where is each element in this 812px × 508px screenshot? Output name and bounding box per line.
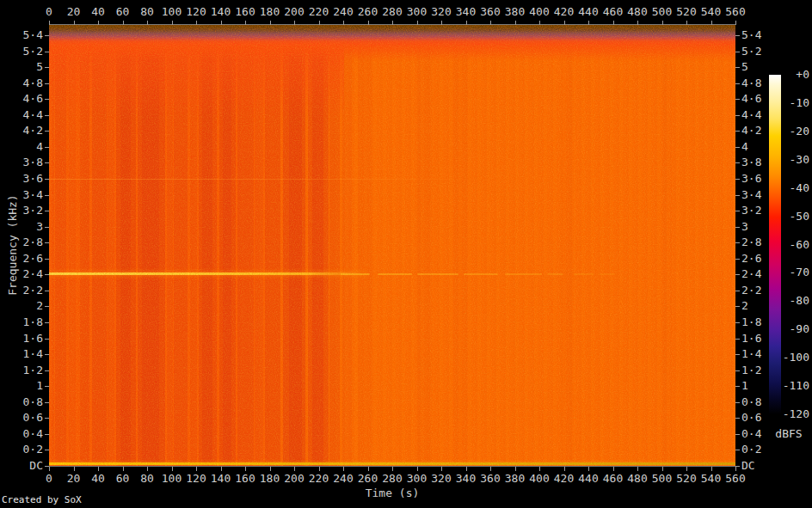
y-tick xyxy=(735,306,740,307)
x-tick xyxy=(172,21,173,25)
x-tick xyxy=(711,21,712,25)
x-tick xyxy=(441,21,442,25)
x-tick xyxy=(441,467,442,471)
y-tick-label: 5·4 xyxy=(7,29,43,41)
y-tick xyxy=(45,339,49,340)
x-tick xyxy=(368,21,369,25)
y-tick xyxy=(735,339,740,340)
x-tick xyxy=(662,21,663,25)
y-tick xyxy=(45,52,49,52)
x-tick xyxy=(564,467,565,471)
colorbar-tick-label: -110 xyxy=(778,380,809,392)
x-tick xyxy=(270,467,271,471)
x-tick xyxy=(539,467,540,471)
y-tick-label: 1·4 xyxy=(7,348,43,360)
y-tick-label: 0·6 xyxy=(7,412,43,424)
x-tick xyxy=(613,467,614,471)
x-tick xyxy=(74,467,75,471)
y-tick xyxy=(45,402,49,403)
x-tick xyxy=(270,21,271,25)
y-tick xyxy=(735,242,740,243)
colorbar-tick-label: -30 xyxy=(778,154,809,166)
y-tick-label: 4·4 xyxy=(7,109,43,121)
y-tick-label: 4 xyxy=(7,141,43,153)
y-tick xyxy=(45,386,49,387)
x-tick xyxy=(392,467,393,471)
y-tick xyxy=(45,306,49,307)
colorbar-tick-label: -120 xyxy=(778,408,809,420)
y-tick xyxy=(45,179,49,180)
x-tick xyxy=(123,467,124,471)
x-tick xyxy=(515,467,516,471)
x-tick xyxy=(686,467,687,471)
x-tick xyxy=(711,467,712,471)
y-tick xyxy=(735,354,740,355)
y-tick xyxy=(735,418,740,419)
x-tick xyxy=(417,21,418,25)
colorbar-tick-label: -60 xyxy=(778,239,809,251)
spectrogram-plot xyxy=(49,25,735,466)
colorbar-tick-label: -70 xyxy=(778,266,809,278)
x-tick xyxy=(319,21,320,25)
y-tick xyxy=(45,67,49,68)
x-tick xyxy=(637,467,638,471)
y-tick xyxy=(45,370,49,371)
y-tick xyxy=(735,162,740,163)
y-tick-label: 4·6 xyxy=(7,93,43,105)
colorbar-unit-label: dBFS xyxy=(769,427,809,440)
x-tick xyxy=(147,467,148,471)
y-tick-label: 5·2 xyxy=(741,46,778,58)
x-tick xyxy=(245,467,246,471)
y-tick xyxy=(735,291,740,291)
x-axis-title: Time (s) xyxy=(49,487,735,499)
x-tick xyxy=(417,467,418,471)
y-tick xyxy=(735,386,740,387)
y-axis-title: Frequency (kHz) xyxy=(6,194,19,295)
y-tick-label: 5 xyxy=(741,61,778,73)
x-tick xyxy=(637,21,638,25)
x-tick xyxy=(196,467,197,471)
y-tick xyxy=(735,466,740,467)
y-tick xyxy=(45,274,49,275)
y-tick xyxy=(735,147,740,148)
x-tick xyxy=(343,21,344,25)
y-tick xyxy=(735,259,740,260)
y-tick xyxy=(735,434,740,435)
noise-texture xyxy=(49,25,735,466)
y-tick xyxy=(735,99,740,100)
spectrogram-page: { "meta": { "credit": "Created by SoX" }… xyxy=(0,0,812,508)
y-tick-label: 5 xyxy=(7,61,43,73)
x-tick xyxy=(515,21,516,25)
y-tick xyxy=(735,83,740,84)
y-tick xyxy=(735,370,740,371)
x-tick xyxy=(735,21,736,25)
colorbar-tick-label: -90 xyxy=(778,323,809,335)
x-tick xyxy=(564,21,565,25)
y-tick xyxy=(735,195,740,196)
y-tick-label: 1·2 xyxy=(7,364,43,376)
y-tick xyxy=(735,179,740,180)
y-tick xyxy=(45,35,49,36)
colorbar-tick-label: -40 xyxy=(778,182,809,194)
y-tick xyxy=(45,242,49,243)
y-tick xyxy=(735,450,740,450)
y-tick-label: 1·6 xyxy=(7,333,43,345)
y-tick xyxy=(735,274,740,275)
sox-credit-text: Created by SoX xyxy=(2,494,82,505)
x-tick xyxy=(245,21,246,25)
y-tick xyxy=(735,35,740,36)
x-tick xyxy=(490,467,491,471)
y-tick xyxy=(45,211,49,211)
x-tick xyxy=(539,21,540,25)
y-tick xyxy=(735,402,740,403)
y-tick-label: 5·2 xyxy=(7,46,43,58)
y-tick-label: 0·2 xyxy=(7,444,43,456)
y-tick-label: 5·4 xyxy=(741,29,778,41)
y-tick xyxy=(45,147,49,148)
colorbar-tick-label: -20 xyxy=(778,125,809,138)
x-tick-label: 560 xyxy=(710,473,761,485)
y-tick-label: DC xyxy=(741,460,778,472)
x-tick xyxy=(588,21,589,25)
colorbar-tick-label: -100 xyxy=(778,352,809,364)
y-tick xyxy=(45,291,49,291)
